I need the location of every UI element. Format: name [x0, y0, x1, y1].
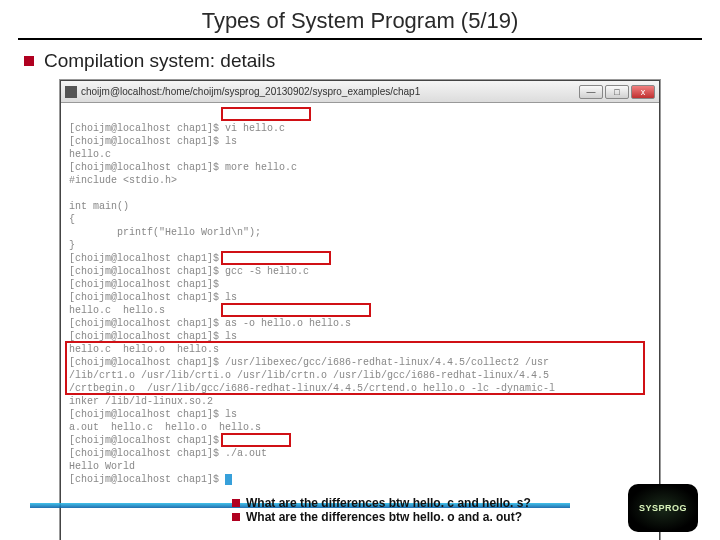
- term-line: [choijm@localhost chap1]$: [69, 435, 219, 446]
- term-line: [choijm@localhost chap1]$: [69, 279, 219, 290]
- term-line: [choijm@localhost chap1]$ more hello.c: [69, 162, 297, 173]
- question-1: What are the differences btw hello. c an…: [232, 496, 531, 510]
- term-line: [choijm@localhost chap1]$ as -o hello.o …: [69, 318, 351, 329]
- badge-text: SYSPROG: [639, 503, 687, 513]
- minimize-button[interactable]: —: [579, 85, 603, 99]
- close-button[interactable]: x: [631, 85, 655, 99]
- questions-block: What are the differences btw hello. c an…: [232, 496, 531, 524]
- term-line: [choijm@localhost chap1]$ ls: [69, 331, 237, 342]
- bullet-square-icon: [232, 499, 240, 507]
- term-line: /lib/crt1.o /usr/lib/crti.o /usr/lib/crt…: [69, 370, 549, 381]
- term-line: hello.c: [69, 149, 111, 160]
- highlight-box-vi: [221, 107, 311, 121]
- window-title-text: choijm@localhost:/home/choijm/sysprog_20…: [81, 86, 420, 97]
- highlight-box-as: [221, 303, 371, 317]
- term-line: hello.c hello.s: [69, 305, 165, 316]
- question-2: What are the differences btw hello. o an…: [232, 510, 531, 524]
- term-line: [choijm@localhost chap1]$ gcc -S hello.c: [69, 266, 309, 277]
- sysprog-badge: SYSPROG: [628, 484, 698, 532]
- term-line: [choijm@localhost chap1]$: [69, 253, 219, 264]
- term-line: a.out hello.c hello.o hello.s: [69, 422, 261, 433]
- slide-title: Types of System Program (5/19): [0, 0, 720, 38]
- term-line: Hello World: [69, 461, 135, 472]
- terminal-icon: [65, 86, 77, 98]
- term-line: [choijm@localhost chap1]$ ls: [69, 409, 237, 420]
- title-rule: [18, 38, 702, 40]
- term-line: #include <stdio.h>: [69, 175, 177, 186]
- terminal-body: [choijm@localhost chap1]$ vi hello.c [ch…: [61, 103, 659, 540]
- term-line: }: [69, 240, 75, 251]
- term-line: printf("Hello World\n");: [69, 227, 261, 238]
- term-line: [choijm@localhost chap1]$: [69, 474, 225, 485]
- bullet-text: Compilation system: details: [44, 50, 275, 72]
- question-2-text: What are the differences btw hello. o an…: [246, 510, 522, 524]
- term-line: {: [69, 214, 75, 225]
- highlight-box-gcc: [221, 251, 331, 265]
- bullet-square-icon: [24, 56, 34, 66]
- maximize-button[interactable]: □: [605, 85, 629, 99]
- question-1-text: What are the differences btw hello. c an…: [246, 496, 531, 510]
- term-line: /crtbegin.o /usr/lib/gcc/i686-redhat-lin…: [69, 383, 555, 394]
- term-line: [choijm@localhost chap1]$ ls: [69, 292, 237, 303]
- window-controls: — □ x: [579, 85, 655, 99]
- window-title: choijm@localhost:/home/choijm/sysprog_20…: [65, 86, 420, 98]
- main-bullet: Compilation system: details: [24, 50, 720, 72]
- term-line: inker /lib/ld-linux.so.2: [69, 396, 213, 407]
- term-line: hello.c hello.o hello.s: [69, 344, 219, 355]
- window-titlebar: choijm@localhost:/home/choijm/sysprog_20…: [61, 81, 659, 103]
- highlight-box-aout: [221, 433, 291, 447]
- term-line: [choijm@localhost chap1]$ ./a.out: [69, 448, 267, 459]
- term-line: [choijm@localhost chap1]$ vi hello.c: [69, 123, 285, 134]
- bullet-square-icon: [232, 513, 240, 521]
- terminal-window: choijm@localhost:/home/choijm/sysprog_20…: [60, 80, 660, 540]
- term-line: int main(): [69, 201, 129, 212]
- term-line: [choijm@localhost chap1]$ /usr/libexec/g…: [69, 357, 549, 368]
- cursor-icon: [225, 474, 232, 485]
- term-line: [choijm@localhost chap1]$ ls: [69, 136, 237, 147]
